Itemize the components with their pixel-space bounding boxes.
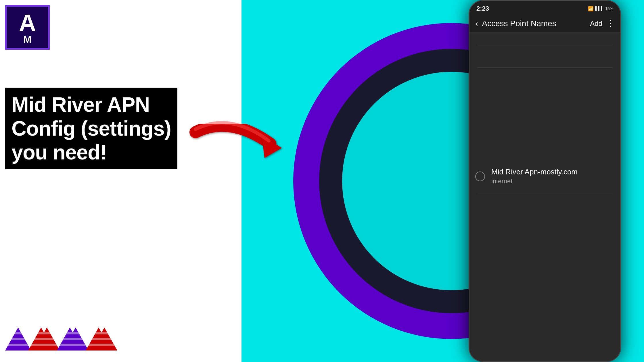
signal-icon: ▌▌▌ — [595, 6, 604, 11]
apn-info: Mid River Apn-mostly.com internet — [491, 167, 578, 185]
apn-list-item[interactable]: Mid River Apn-mostly.com internet — [469, 159, 620, 193]
apn-type: internet — [491, 178, 578, 185]
triangles-decoration — [5, 328, 126, 353]
back-button[interactable]: ‹ — [475, 20, 478, 28]
logo-letter-a: A — [19, 11, 36, 34]
title-text: Mid River APN Config (settings) you need… — [12, 93, 171, 164]
more-options-button[interactable]: ⋮ — [606, 19, 614, 28]
mid-divider — [477, 67, 613, 68]
phone-content: Mid River Apn-mostly.com internet — [469, 32, 620, 361]
battery-icon: 15% — [605, 6, 613, 11]
title-line3: you need! — [12, 141, 107, 164]
top-divider — [477, 44, 613, 44]
title-block: Mid River APN Config (settings) you need… — [5, 88, 177, 169]
title-line2: Config (settings) — [12, 117, 171, 140]
phone-screen: 2:23 📶 ▌▌▌ 15% ‹ Access Point Names Add … — [469, 1, 620, 361]
add-button[interactable]: Add — [590, 20, 602, 28]
app-bar: ‹ Access Point Names Add ⋮ — [469, 15, 620, 32]
title-line1: Mid River APN — [12, 93, 150, 116]
status-time: 2:23 — [476, 5, 489, 12]
apn-radio-button[interactable] — [475, 172, 485, 181]
channel-logo: A M — [5, 5, 50, 50]
wifi-icon: 📶 — [588, 6, 594, 11]
apn-name: Mid River Apn-mostly.com — [491, 167, 578, 176]
status-bar: 2:23 📶 ▌▌▌ 15% — [469, 1, 620, 15]
phone-mockup: 2:23 📶 ▌▌▌ 15% ‹ Access Point Names Add … — [469, 0, 621, 362]
logo-letter-m: M — [23, 34, 31, 44]
bottom-divider — [477, 193, 613, 193]
app-bar-title: Access Point Names — [482, 19, 590, 28]
status-icons: 📶 ▌▌▌ 15% — [588, 6, 613, 11]
red-arrow — [178, 109, 288, 167]
